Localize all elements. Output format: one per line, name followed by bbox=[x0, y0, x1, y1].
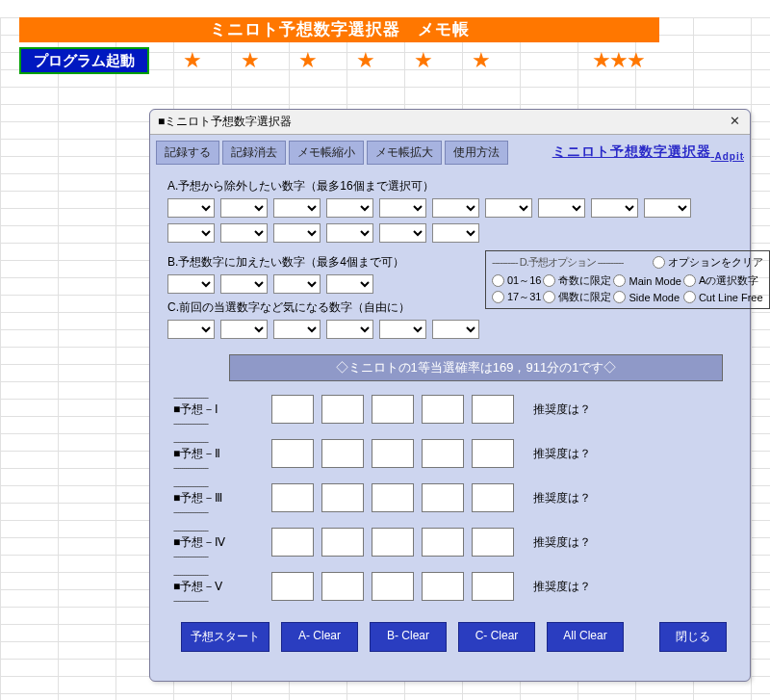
prediction-box bbox=[472, 483, 514, 512]
prediction-box bbox=[472, 395, 514, 424]
include-combo[interactable] bbox=[326, 274, 373, 294]
options-header: ---------- D.予想オプション ---------- bbox=[492, 255, 623, 270]
close-button[interactable]: 閉じる bbox=[659, 622, 727, 652]
include-combo[interactable] bbox=[167, 274, 215, 294]
option-radio[interactable]: Side Mode bbox=[613, 290, 680, 304]
prediction-box bbox=[372, 439, 414, 468]
sheet-header: ミニロト予想数字選択器 メモ帳 bbox=[19, 17, 659, 42]
prediction-box bbox=[321, 439, 364, 468]
section-a-label: A.予想から除外したい数字（最多16個まで選択可） bbox=[167, 178, 740, 194]
exclude-combo[interactable] bbox=[273, 223, 321, 243]
tab-memo-expand[interactable]: メモ帳拡大 bbox=[367, 141, 442, 165]
option-radio[interactable]: Aの選択数字 bbox=[683, 273, 763, 288]
exclude-combo[interactable] bbox=[485, 198, 532, 218]
exclude-combo[interactable] bbox=[273, 198, 321, 218]
start-button[interactable]: 予想スタート bbox=[181, 622, 270, 652]
prediction-row: ■予想－Ⅰ推奨度は？ bbox=[173, 395, 734, 424]
interest-combo[interactable] bbox=[220, 320, 268, 339]
tab-memo-shrink[interactable]: メモ帳縮小 bbox=[289, 141, 364, 165]
prediction-box bbox=[321, 483, 364, 512]
prediction-box bbox=[271, 483, 314, 512]
recommend-label: 推奨度は？ bbox=[533, 534, 591, 551]
tab-clear-record[interactable]: 記録消去 bbox=[222, 141, 286, 165]
section-c-label: C.前回の当選数字など気になる数字（自由に） bbox=[167, 299, 479, 316]
option-radio[interactable]: 偶数に限定 bbox=[543, 290, 611, 304]
exclude-combo[interactable] bbox=[220, 198, 268, 218]
exclude-combo[interactable] bbox=[432, 198, 479, 218]
prediction-box bbox=[271, 439, 314, 468]
prediction-box bbox=[422, 572, 464, 601]
star-icon: ★ bbox=[226, 48, 274, 73]
prediction-box bbox=[271, 395, 314, 424]
prediction-box bbox=[271, 528, 314, 557]
launch-program-button[interactable]: プログラム起動 bbox=[19, 47, 149, 74]
option-radio[interactable]: Cut Line Free bbox=[683, 290, 763, 304]
exclude-combo[interactable] bbox=[167, 198, 215, 218]
exclude-combo[interactable] bbox=[326, 223, 373, 243]
prediction-box bbox=[321, 395, 364, 424]
exclude-combo[interactable] bbox=[644, 198, 691, 218]
exclude-combo[interactable] bbox=[432, 223, 479, 243]
recommend-label: 推奨度は？ bbox=[533, 446, 591, 462]
a-clear-button[interactable]: A- Clear bbox=[281, 622, 358, 652]
exclude-combo[interactable] bbox=[591, 198, 638, 218]
star-icon: ★ bbox=[284, 48, 332, 73]
prediction-box bbox=[422, 395, 464, 424]
star-row: ★ ★ ★ ★ ★ ★ ★★★ bbox=[168, 48, 770, 73]
brand-link[interactable]: ミニロト予想数字選択器 Adpit bbox=[552, 143, 744, 162]
dialog-titlebar: ■ミニロト予想数字選択器 ✕ bbox=[150, 110, 750, 135]
exclude-combo[interactable] bbox=[379, 223, 426, 243]
star-icon: ★ bbox=[399, 48, 448, 73]
exclude-combo[interactable] bbox=[326, 198, 373, 218]
exclude-combo[interactable] bbox=[538, 198, 585, 218]
probability-banner: ◇ミニロトの1等当選確率は169，911分の1です◇ bbox=[229, 354, 723, 381]
interest-combo[interactable] bbox=[167, 320, 215, 339]
star-icon: ★ bbox=[457, 48, 505, 73]
prediction-box bbox=[422, 483, 464, 512]
tab-help[interactable]: 使用方法 bbox=[445, 141, 508, 165]
prediction-box bbox=[321, 528, 364, 557]
prediction-box bbox=[372, 395, 414, 424]
prediction-box bbox=[472, 528, 514, 557]
interest-combo[interactable] bbox=[326, 320, 373, 339]
prediction-label: ■予想－Ⅴ bbox=[173, 579, 264, 595]
tab-row: 記録する 記録消去 メモ帳縮小 メモ帳拡大 使用方法 ミニロト予想数字選択器 A… bbox=[150, 135, 750, 165]
include-combo[interactable] bbox=[220, 274, 268, 294]
include-row bbox=[167, 274, 479, 294]
interest-combo[interactable] bbox=[273, 320, 321, 339]
button-row: 予想スタート A- Clear B- Clear C- Clear All Cl… bbox=[167, 616, 740, 658]
exclude-combo[interactable] bbox=[220, 223, 268, 243]
option-radio[interactable]: 01～16 bbox=[492, 273, 541, 288]
prediction-box bbox=[372, 528, 414, 557]
prediction-row: ■予想－Ⅱ推奨度は？ bbox=[173, 439, 734, 468]
exclude-row2 bbox=[167, 223, 740, 243]
c-clear-button[interactable]: C- Clear bbox=[458, 622, 535, 652]
tab-record[interactable]: 記録する bbox=[156, 141, 219, 165]
exclude-combo[interactable] bbox=[167, 223, 215, 243]
prediction-row: ■予想－Ⅴ推奨度は？ bbox=[173, 572, 734, 601]
include-combo[interactable] bbox=[273, 274, 321, 294]
recommend-label: 推奨度は？ bbox=[533, 490, 591, 506]
all-clear-button[interactable]: All Clear bbox=[547, 622, 624, 652]
prediction-row: ■予想－Ⅳ推奨度は？ bbox=[173, 528, 734, 557]
option-radio[interactable]: 17～31 bbox=[492, 290, 541, 304]
prediction-label: ■予想－Ⅱ bbox=[173, 446, 264, 462]
prediction-box bbox=[422, 528, 464, 557]
exclude-row1 bbox=[167, 198, 740, 218]
prediction-label: ■予想－Ⅳ bbox=[173, 534, 264, 551]
interest-combo[interactable] bbox=[432, 320, 479, 339]
prediction-box bbox=[422, 439, 464, 468]
option-radio[interactable]: Main Mode bbox=[613, 273, 680, 288]
close-icon[interactable]: ✕ bbox=[725, 113, 744, 132]
exclude-combo[interactable] bbox=[379, 198, 426, 218]
prediction-label: ■予想－Ⅲ bbox=[173, 490, 264, 506]
star-icon: ★ bbox=[168, 48, 217, 73]
interest-combo[interactable] bbox=[379, 320, 426, 339]
option-radio[interactable]: 奇数に限定 bbox=[543, 273, 611, 288]
recommend-label: 推奨度は？ bbox=[533, 579, 591, 595]
option-clear[interactable]: オプションをクリア bbox=[653, 255, 763, 270]
prediction-box bbox=[372, 572, 414, 601]
section-b-label: B.予想数字に加えたい数字（最多4個まで可） bbox=[167, 254, 479, 271]
b-clear-button[interactable]: B- Clear bbox=[370, 622, 447, 652]
prediction-box bbox=[321, 572, 364, 601]
